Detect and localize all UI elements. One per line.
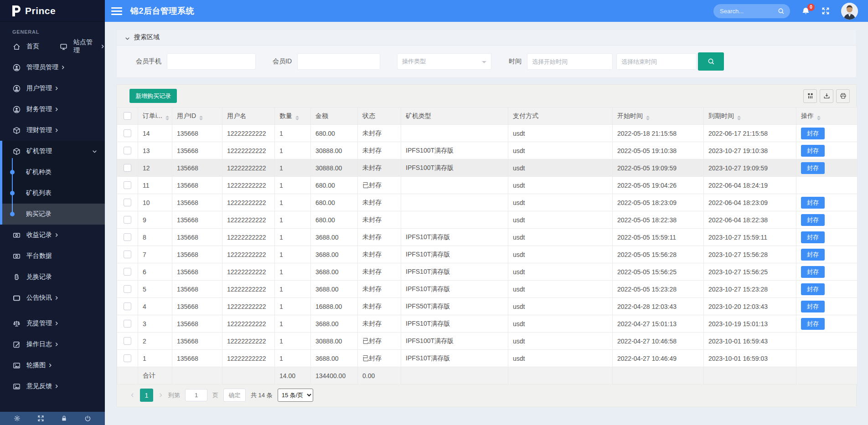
- fullscreen-icon[interactable]: [822, 7, 830, 15]
- row-checkbox[interactable]: [124, 233, 131, 241]
- search-panel-title: 搜索区域: [134, 33, 160, 41]
- search-submit-button[interactable]: [698, 52, 724, 71]
- cell-action: [796, 333, 858, 350]
- monitor-icon: [60, 43, 67, 51]
- sidebar-item-banner[interactable]: 轮播图: [0, 355, 105, 376]
- seal-button[interactable]: 封存: [801, 162, 825, 174]
- column-header-order_id[interactable]: 订单i...: [138, 108, 172, 125]
- row-checkbox[interactable]: [124, 268, 131, 276]
- phone-input[interactable]: [167, 53, 256, 70]
- sidebar-item-miner[interactable]: 矿机管理: [2, 141, 105, 162]
- column-header-user_id[interactable]: 用户ID: [172, 108, 222, 125]
- sidebar-item-finance[interactable]: 财务管理: [0, 99, 105, 120]
- seal-button[interactable]: 封存: [801, 197, 825, 209]
- column-header-quantity[interactable]: 数量: [275, 108, 311, 125]
- column-header-checkbox[interactable]: [117, 108, 138, 125]
- lock-icon[interactable]: [61, 415, 67, 422]
- column-header-action[interactable]: 操作: [796, 108, 858, 125]
- row-checkbox[interactable]: [124, 147, 131, 154]
- next-page-button[interactable]: [158, 393, 163, 398]
- sidebar-item-site[interactable]: 站点管理: [58, 36, 105, 57]
- seal-button[interactable]: 封存: [801, 283, 825, 295]
- sidebar-item-home[interactable]: 首页: [0, 36, 58, 57]
- cell-username: 12222222222: [222, 298, 275, 315]
- sort-icon: [737, 116, 741, 120]
- row-checkbox[interactable]: [124, 302, 131, 310]
- column-label: 支付方式: [513, 112, 538, 119]
- seal-button[interactable]: 封存: [801, 318, 825, 330]
- cell-miner_type: IPFS100T满存版: [401, 142, 508, 159]
- sidebar-section-label: GENERAL: [12, 29, 105, 35]
- row-checkbox[interactable]: [124, 251, 131, 258]
- sidebar-item-label: 轮播图: [26, 361, 46, 369]
- sidebar-item-exchange[interactable]: 兑换记录: [0, 266, 105, 287]
- cell-quantity: 1: [275, 142, 311, 159]
- columns-toggle-button[interactable]: [803, 89, 817, 103]
- row-checkbox[interactable]: [124, 337, 131, 345]
- user-avatar[interactable]: [841, 3, 858, 20]
- seal-button[interactable]: 封存: [801, 301, 825, 312]
- seal-button[interactable]: 封存: [801, 231, 825, 243]
- sidebar-item-label: 用户管理: [26, 84, 52, 92]
- search-icon[interactable]: [778, 8, 785, 15]
- search-panel-header[interactable]: 搜索区域: [117, 30, 856, 46]
- cell-end_time: 2023-10-20 12:03:43: [704, 298, 796, 315]
- row-checkbox[interactable]: [124, 181, 131, 189]
- column-header-start_time[interactable]: 开始时间: [613, 108, 704, 125]
- table-row: 10135668122222222221680.00未封存usdt2022-05…: [117, 194, 858, 211]
- page-1-button[interactable]: 1: [140, 389, 153, 402]
- cell-miner_type: IPFS10T满存版: [401, 263, 508, 281]
- sidebar-item-users[interactable]: 用户管理: [0, 78, 105, 99]
- cell-username: 12222222222: [222, 263, 275, 281]
- seal-button[interactable]: 封存: [801, 266, 825, 278]
- sidebar-item-miner-list[interactable]: 矿机列表: [2, 183, 105, 204]
- row-checkbox[interactable]: [124, 216, 131, 224]
- sidebar-item-admin[interactable]: 管理员管理: [0, 57, 105, 78]
- sidebar-item-income[interactable]: 收益记录: [0, 225, 105, 246]
- seal-button[interactable]: 封存: [801, 249, 825, 261]
- time-label: 时间: [509, 57, 522, 66]
- row-checkbox[interactable]: [124, 354, 131, 362]
- row-checkbox[interactable]: [124, 285, 131, 293]
- add-purchase-record-button[interactable]: 新增购买记录: [129, 89, 177, 103]
- start-time-input[interactable]: [527, 53, 613, 70]
- cell-start_time: 2022-05-05 15:23:28: [613, 281, 704, 298]
- expand-icon[interactable]: [37, 415, 44, 422]
- seal-button[interactable]: 封存: [801, 214, 825, 226]
- sidebar-item-platform[interactable]: 平台数据: [0, 246, 105, 266]
- power-icon[interactable]: [84, 415, 91, 422]
- row-checkbox[interactable]: [124, 164, 131, 172]
- export-button[interactable]: [820, 89, 833, 103]
- cell-miner_type: IPFS100T满存版: [401, 333, 508, 350]
- print-button[interactable]: [836, 89, 850, 103]
- row-checkbox[interactable]: [124, 199, 131, 206]
- end-time-input[interactable]: [616, 53, 697, 70]
- sidebar-item-notice[interactable]: 公告快讯: [0, 287, 105, 308]
- column-header-status: 状态: [358, 108, 401, 125]
- row-checkbox[interactable]: [124, 320, 131, 328]
- member-id-input[interactable]: [297, 53, 380, 70]
- sidebar-item-miner-type[interactable]: 矿机种类: [2, 162, 105, 183]
- row-checkbox[interactable]: [124, 129, 131, 137]
- select-all-checkbox[interactable]: [124, 112, 131, 120]
- operation-type-select[interactable]: 操作类型: [397, 53, 491, 70]
- notifications-bell-icon[interactable]: 0: [801, 7, 810, 15]
- sidebar-item-purchase-records[interactable]: 购买记录: [2, 204, 105, 225]
- prev-page-button[interactable]: [130, 393, 135, 398]
- user-icon: [13, 85, 21, 92]
- seal-button[interactable]: 封存: [801, 145, 825, 157]
- seal-button[interactable]: 封存: [801, 128, 825, 139]
- submenu-dot-icon: [10, 191, 15, 195]
- cell-order_id: 7: [138, 246, 172, 263]
- goto-page-input[interactable]: [185, 389, 207, 401]
- sidebar-item-oplog[interactable]: 操作日志: [0, 334, 105, 355]
- column-header-end_time[interactable]: 到期时间: [704, 108, 796, 125]
- goto-confirm-button[interactable]: 确定: [223, 389, 246, 402]
- sidebar-item-recharge[interactable]: 充提管理: [0, 313, 105, 334]
- page-size-select[interactable]: 15 条/页: [278, 389, 313, 402]
- sidebar-item-label: 矿机列表: [26, 189, 52, 197]
- sidebar-item-wealth[interactable]: 理财管理: [0, 120, 105, 141]
- hamburger-menu-icon[interactable]: [111, 7, 122, 15]
- gear-icon[interactable]: [14, 415, 21, 422]
- sidebar-item-feedback[interactable]: 意见反馈: [0, 376, 105, 397]
